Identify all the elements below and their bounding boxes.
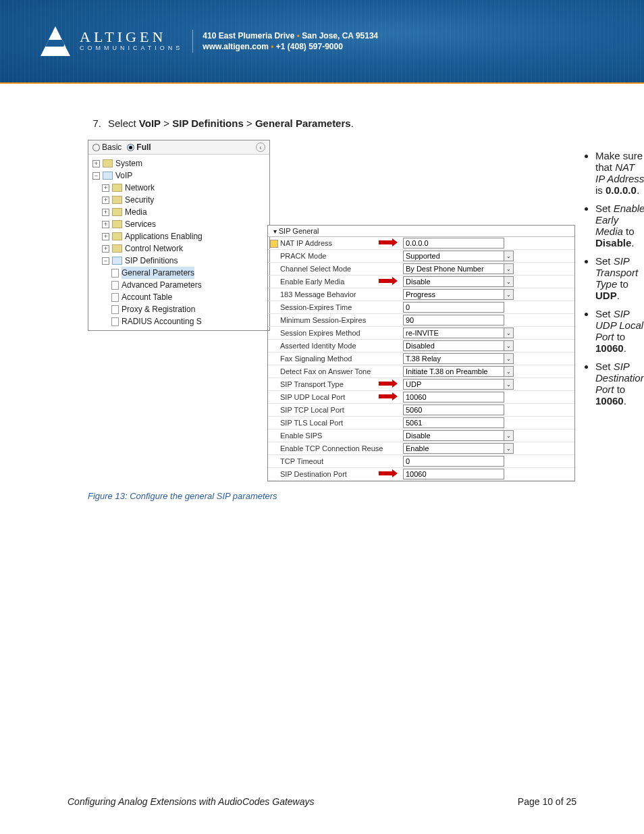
form-select[interactable] xyxy=(403,263,504,274)
form-label: Fax Signaling Method xyxy=(268,353,403,364)
tree-item-proxy-registration[interactable]: Proxy & Registration xyxy=(92,303,265,315)
form-row: SIP Transport Type⌄ xyxy=(268,378,574,391)
form-value-cell: ⌄ xyxy=(403,353,574,365)
form-label: TCP Timeout xyxy=(268,456,403,467)
form-row: SIP TCP Local Port xyxy=(268,404,574,417)
form-select[interactable] xyxy=(403,430,504,441)
tree-item-network[interactable]: +Network xyxy=(92,182,265,194)
form-row: Session Expires Method⌄ xyxy=(268,327,574,340)
chevron-down-icon[interactable]: ⌄ xyxy=(504,379,514,390)
form-label: Minimum Session-Expires xyxy=(268,315,403,325)
chevron-down-icon[interactable]: ⌄ xyxy=(504,443,514,454)
form-row: Session-Expires Time xyxy=(268,301,574,314)
form-label: Detect Fax on Answer Tone xyxy=(268,366,403,377)
form-label: SIP TCP Local Port xyxy=(268,405,403,415)
sip-general-form-screenshot: SIP General NAT IP AddressPRACK Mode⌄Cha… xyxy=(267,225,575,481)
form-input[interactable] xyxy=(403,469,504,479)
form-label: Session Expires Method xyxy=(268,328,403,338)
form-row: Asserted Identity Mode⌄ xyxy=(268,340,574,353)
form-label: Asserted Identity Mode xyxy=(268,340,403,351)
form-label: Enable TCP Connection Reuse xyxy=(268,443,403,454)
bullet-early-media: Set Enable Early Media to Disable. xyxy=(595,203,644,249)
form-row: PRACK Mode⌄ xyxy=(268,250,574,263)
form-value-cell: ⌄ xyxy=(403,365,574,377)
form-input[interactable] xyxy=(403,302,504,313)
form-select[interactable] xyxy=(403,353,504,364)
tree-item-account-table[interactable]: Account Table xyxy=(92,291,265,303)
form-label: Enable SIPS xyxy=(268,430,403,441)
form-select[interactable] xyxy=(403,340,504,351)
form-select[interactable] xyxy=(403,443,504,454)
tree-item-system[interactable]: +System xyxy=(92,157,265,170)
form-value-cell xyxy=(403,404,574,416)
form-row: SIP TLS Local Port xyxy=(268,417,574,429)
form-row: SIP UDP Local Port xyxy=(268,391,574,404)
instruction-step: 7. Select VoIP > SIP Definitions > Gener… xyxy=(88,118,576,129)
form-select[interactable] xyxy=(403,328,504,338)
form-select[interactable] xyxy=(403,366,504,377)
chevron-down-icon[interactable]: ⌄ xyxy=(504,251,514,261)
bullet-nat-ip: Make sure that NAT IP Address is 0.0.0.0… xyxy=(595,150,644,196)
bullet-dest-port: Set SIP Destination Port to 10060. xyxy=(595,361,644,407)
form-label: 183 Message Behavior xyxy=(268,289,403,300)
form-input[interactable] xyxy=(403,315,504,325)
chevron-down-icon[interactable]: ⌄ xyxy=(504,276,514,287)
form-row: Enable SIPS⌄ xyxy=(268,429,574,442)
chevron-down-icon[interactable]: ⌄ xyxy=(504,289,514,300)
bullet-transport-type: Set SIP Transport Type to UDP. xyxy=(595,255,644,301)
form-row: Channel Select Mode⌄ xyxy=(268,263,574,276)
chevron-down-icon[interactable]: ⌄ xyxy=(504,366,514,377)
form-input[interactable] xyxy=(403,417,504,428)
form-row: Enable TCP Connection Reuse⌄ xyxy=(268,442,574,455)
form-input[interactable] xyxy=(403,392,504,402)
mode-full-radio[interactable]: Full xyxy=(127,142,151,152)
chevron-down-icon[interactable]: ⌄ xyxy=(504,340,514,351)
tree-item-sip-definitions[interactable]: −SIP Definitions xyxy=(92,255,265,267)
form-header: SIP General xyxy=(268,226,574,237)
form-row: Detect Fax on Answer Tone⌄ xyxy=(268,365,574,378)
tree-item-control-network[interactable]: +Control Network xyxy=(92,242,265,255)
tree-item-media[interactable]: +Media xyxy=(92,206,265,218)
highlight-arrow-icon xyxy=(379,469,398,477)
brand-subtitle: COMMUNICATIONS xyxy=(80,45,183,53)
tree-item-apps[interactable]: +Applications Enabling xyxy=(92,230,265,242)
form-select[interactable] xyxy=(403,379,504,390)
form-value-cell xyxy=(403,237,574,249)
form-select[interactable] xyxy=(403,276,504,287)
mode-basic-radio[interactable]: Basic xyxy=(92,142,122,152)
tree-item-security[interactable]: +Security xyxy=(92,194,265,206)
form-value-cell: ⌄ xyxy=(403,340,574,352)
form-input[interactable] xyxy=(403,405,504,415)
form-value-cell: ⌄ xyxy=(403,327,574,339)
form-value-cell: ⌄ xyxy=(403,276,574,288)
form-value-cell xyxy=(403,301,574,313)
form-row: Fax Signaling Method⌄ xyxy=(268,353,574,365)
page-content: 7. Select VoIP > SIP Definitions > Gener… xyxy=(0,84,644,501)
logo-icon xyxy=(41,26,70,56)
form-input[interactable] xyxy=(403,238,504,249)
chevron-down-icon[interactable]: ⌄ xyxy=(504,430,514,441)
chevron-down-icon[interactable]: ⌄ xyxy=(504,263,514,274)
step-number: 7. xyxy=(88,118,101,129)
form-value-cell xyxy=(403,314,574,326)
form-value-cell xyxy=(403,391,574,403)
form-row: SIP Destination Port xyxy=(268,468,574,481)
tree-item-voip[interactable]: −VoIP xyxy=(92,170,265,182)
highlight-arrow-icon xyxy=(379,238,398,246)
form-value-cell xyxy=(403,468,574,480)
form-value-cell xyxy=(403,417,574,429)
form-row: Enable Early Media⌄ xyxy=(268,276,574,288)
form-input[interactable] xyxy=(403,456,504,467)
tree-item-services[interactable]: +Services xyxy=(92,218,265,230)
collapse-icon[interactable]: ‹ xyxy=(256,142,265,152)
highlight-arrow-icon xyxy=(379,392,398,400)
form-select[interactable] xyxy=(403,289,504,300)
chevron-down-icon[interactable]: ⌄ xyxy=(504,328,514,338)
tree-item-general-parameters[interactable]: General Parameters xyxy=(92,267,265,279)
form-row: 183 Message Behavior⌄ xyxy=(268,288,574,301)
form-row: TCP Timeout xyxy=(268,455,574,468)
chevron-down-icon[interactable]: ⌄ xyxy=(504,353,514,364)
form-select[interactable] xyxy=(403,251,504,261)
tree-item-advanced-parameters[interactable]: Advanced Parameters xyxy=(92,279,265,291)
tree-item-radius-accounting[interactable]: RADIUS Accounting S xyxy=(92,315,265,328)
